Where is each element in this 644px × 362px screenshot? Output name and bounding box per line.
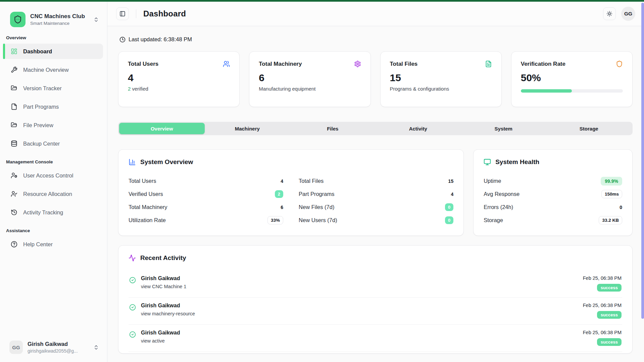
- stat-card-value: 50%: [521, 72, 623, 84]
- brand-logo: [10, 12, 26, 27]
- activity-user: Girish Gaikwad: [141, 330, 180, 336]
- stat-badge: 0: [445, 203, 453, 211]
- page-title: Dashboard: [143, 9, 186, 18]
- stat-card-total-users: Total Users 4 2 verified: [118, 51, 240, 107]
- sidebar-item-machine-overview[interactable]: Machine Overview: [3, 62, 103, 77]
- stat-row: New Users (7d) 0: [299, 214, 453, 227]
- stat-row: Storage 33.2 KB: [484, 214, 622, 227]
- tab-activity[interactable]: Activity: [376, 123, 461, 134]
- sidebar-item-dashboard[interactable]: Dashboard: [3, 44, 103, 59]
- user-cog-icon: [11, 172, 17, 179]
- activity-time: Feb 25, 06:38 PM: [583, 330, 622, 335]
- dashboard-content: Last updated: 6:38:48 PM Total Users 4 2…: [107, 26, 644, 362]
- panel-title: Recent Activity: [140, 254, 186, 262]
- panel-title: System Health: [495, 158, 539, 166]
- verification-progress-fill: [521, 89, 572, 93]
- stat-row: Utilization Rate 33%: [129, 214, 283, 227]
- sidebar-item-help-center[interactable]: Help Center: [3, 237, 103, 252]
- folder-open-icon: [11, 85, 17, 92]
- circle-check-icon: [129, 331, 136, 338]
- header-avatar[interactable]: GG: [621, 7, 635, 21]
- sidebar-toggle-button[interactable]: [116, 7, 129, 20]
- status-badge: success: [597, 311, 622, 319]
- verification-progress-track: [521, 89, 623, 93]
- stat-row: Total Users 4: [129, 174, 283, 188]
- sidebar-item-resource-allocation[interactable]: Resource Allocation: [3, 186, 103, 202]
- header-divider: [136, 9, 136, 18]
- status-badge: success: [597, 338, 622, 346]
- tab-system[interactable]: System: [461, 123, 546, 134]
- stat-badge: 150ms: [601, 190, 622, 198]
- file-icon: [11, 103, 17, 110]
- sidebar-item-user-access-control[interactable]: User Access Control: [3, 168, 103, 183]
- circle-check-icon: [129, 304, 136, 311]
- chevrons-up-down-icon[interactable]: [93, 17, 99, 22]
- stat-row: Total Machinery 6: [129, 201, 283, 214]
- sun-icon: [606, 11, 612, 17]
- activity-action: view machinery-resource: [141, 311, 195, 316]
- sidebar: CNC Machines Club Smart Maintenance Over…: [0, 2, 107, 362]
- stat-card-verification-rate: Verification Rate 50%: [511, 51, 633, 107]
- last-updated-text: Last updated: 6:38:48 PM: [129, 36, 192, 43]
- sidebar-item-label: Help Center: [23, 241, 53, 248]
- tab-storage[interactable]: Storage: [546, 123, 632, 134]
- clock-icon: [119, 37, 126, 43]
- activity-action: view active: [141, 338, 180, 344]
- stat-card-value: 4: [128, 72, 230, 84]
- user-avatar: GG: [9, 341, 23, 354]
- header: Dashboard GG: [107, 2, 644, 26]
- sidebar-section-label: Management Console: [6, 159, 103, 164]
- brand[interactable]: CNC Machines Club Smart Maintenance: [0, 12, 107, 27]
- sidebar-user-menu[interactable]: GG Girish Gaikwad girishgaikwad2055@g...: [0, 341, 107, 354]
- user-email: girishgaikwad2055@g...: [28, 348, 78, 354]
- sidebar-section-label: Overview: [6, 35, 103, 40]
- theme-toggle-button[interactable]: [603, 7, 616, 20]
- sidebar-item-label: File Preview: [23, 122, 53, 128]
- sidebar-item-label: Backup Center: [23, 141, 60, 147]
- sidebar-item-label: Activity Tracking: [23, 209, 63, 216]
- sidebar-item-activity-tracking[interactable]: Activity Tracking: [3, 205, 103, 220]
- tab-files[interactable]: Files: [290, 123, 376, 134]
- system-overview-panel: System Overview Total Users 4 Verified U…: [118, 149, 464, 236]
- dashboard-grid-icon: [11, 48, 17, 55]
- system-health-panel: System Health Uptime 99.9% Avg Response …: [473, 149, 633, 236]
- stat-value: 4: [281, 178, 283, 184]
- shield-icon: [616, 60, 623, 67]
- stat-card-subtitle: 2 verified: [128, 86, 230, 92]
- bar-chart-icon: [129, 158, 136, 166]
- stat-row: Errors (24h) 0: [484, 201, 622, 214]
- stat-card-subtitle: Manufacturing equipment: [259, 86, 361, 92]
- activity-time: Feb 25, 06:38 PM: [583, 275, 622, 281]
- file-text-icon: [485, 60, 492, 67]
- recent-activity-panel: Recent Activity Girish Gaikwad view CNC …: [118, 245, 633, 354]
- database-icon: [11, 140, 17, 147]
- dashboard-tabs: Overview Machinery Files Activity System…: [118, 122, 633, 135]
- folder-open-icon: [11, 122, 17, 128]
- chevrons-up-down-icon[interactable]: [93, 345, 99, 350]
- user-name: Girish Gaikwad: [28, 341, 78, 347]
- stat-card-title: Total Machinery: [259, 61, 302, 67]
- sidebar-item-part-programs[interactable]: Part Programs: [3, 99, 103, 114]
- activity-row: Girish Gaikwad view active Feb 25, 06:38…: [129, 325, 622, 352]
- sidebar-item-label: Resource Allocation: [23, 191, 72, 197]
- brand-name: CNC Machines Club: [30, 13, 85, 20]
- stat-card-title: Verification Rate: [521, 61, 565, 67]
- stat-badge: 0: [445, 216, 453, 224]
- sidebar-item-label: Part Programs: [23, 104, 59, 110]
- panel-title: System Overview: [140, 158, 193, 166]
- stat-badge: 33.2 KB: [599, 216, 622, 224]
- sidebar-item-label: Machine Overview: [23, 67, 69, 73]
- stat-value: 0: [620, 205, 622, 210]
- sidebar-item-file-preview[interactable]: File Preview: [3, 117, 103, 133]
- help-circle-icon: [11, 241, 17, 248]
- stat-badge: 99.9%: [601, 177, 622, 186]
- stat-value: 6: [281, 205, 283, 210]
- sidebar-item-version-tracker[interactable]: Version Tracker: [3, 81, 103, 96]
- gear-icon: [354, 60, 361, 67]
- tab-overview[interactable]: Overview: [119, 123, 205, 134]
- tab-machinery[interactable]: Machinery: [205, 123, 290, 134]
- sidebar-item-label: User Access Control: [23, 172, 73, 179]
- vertical-scrollbar[interactable]: [641, 3, 644, 319]
- stat-row: Part Programs 4: [299, 188, 453, 201]
- sidebar-item-backup-center[interactable]: Backup Center: [3, 136, 103, 151]
